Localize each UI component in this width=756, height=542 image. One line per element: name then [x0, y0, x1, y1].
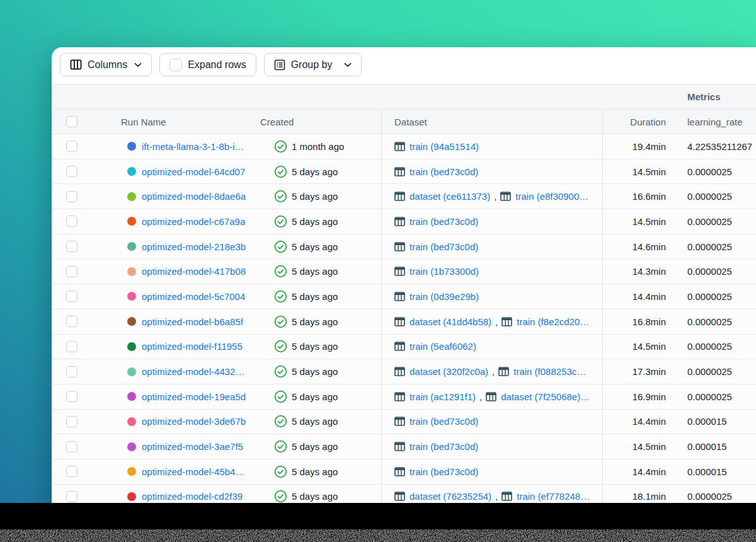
- run-name-link[interactable]: optimized-model-5c7004: [142, 291, 245, 302]
- learning-rate-value: 0.0000025: [671, 184, 756, 209]
- dataset-link[interactable]: train (ef778248…: [501, 491, 590, 502]
- run-name-link[interactable]: optimized-model-4432…: [142, 366, 244, 377]
- table-row[interactable]: optimized-model-b6a85f 5 days ago datase…: [52, 309, 756, 335]
- table-row[interactable]: optimized-model-5c7004 5 days ago train …: [52, 284, 756, 309]
- dataset-link[interactable]: train (f088253c…: [498, 366, 586, 377]
- table-row[interactable]: optimized-model-45b4… 5 days ago train (…: [52, 459, 756, 485]
- table-row[interactable]: optimized-model-c67a9a 5 days ago train …: [52, 209, 756, 234]
- run-name-link[interactable]: optimized-model-19ea5d: [142, 391, 246, 402]
- expand-rows-button[interactable]: Expand rows: [159, 53, 256, 76]
- dataset-link[interactable]: dataset (320f2c0a): [394, 366, 488, 377]
- run-color-dot: [127, 467, 136, 476]
- dataset-link[interactable]: train (bed73c0d): [394, 216, 478, 227]
- created-column-header[interactable]: Created: [255, 110, 381, 134]
- dataset-link[interactable]: dataset (41dd4b58): [394, 316, 491, 327]
- select-all-checkbox[interactable]: [66, 116, 77, 127]
- table-row[interactable]: optimized-model-8dae6a 5 days ago datase…: [52, 184, 756, 209]
- run-name-link[interactable]: optimized-model-8dae6a: [142, 191, 246, 202]
- finished-check-icon: [274, 440, 287, 453]
- row-checkbox[interactable]: [66, 266, 77, 277]
- table-row[interactable]: optimized-model-f11955 5 days ago train …: [52, 335, 756, 360]
- run-name-link[interactable]: optimized-model-b6a85f: [142, 316, 243, 327]
- dataset-link[interactable]: train (bed73c0d): [394, 241, 478, 252]
- run-color-dot: [127, 242, 136, 251]
- run-name-link[interactable]: optimized-model-3de67b: [142, 416, 246, 427]
- row-checkbox[interactable]: [66, 216, 77, 227]
- row-checkbox[interactable]: [66, 441, 77, 453]
- created-label: 5 days ago: [292, 216, 338, 227]
- table-row[interactable]: optimized-model-64cd07 5 days ago train …: [52, 159, 756, 185]
- dataset-cell: train (bed73c0d): [381, 209, 603, 234]
- dataset-link[interactable]: dataset (ce611373): [394, 191, 490, 202]
- run-name-link[interactable]: optimized-model-c67a9a: [142, 216, 245, 227]
- table-body: ift-meta-llama-3-1-8b-i… 1 month ago tra…: [52, 134, 756, 509]
- dataset-link[interactable]: train (e8f30900…: [500, 191, 588, 202]
- table-row[interactable]: optimized-model-19ea5d 5 days ago train …: [52, 384, 756, 410]
- dataset-link[interactable]: train (ac1291f1): [394, 391, 476, 402]
- table-row[interactable]: optimized-model-417b08 5 days ago train …: [52, 259, 756, 284]
- row-checkbox[interactable]: [66, 416, 77, 427]
- finished-check-icon: [274, 215, 287, 228]
- dataset-link[interactable]: train (bed73c0d): [394, 166, 478, 177]
- dataset-cell: train (5eaf6062): [381, 335, 603, 359]
- dataset-link[interactable]: train (94a51514): [394, 141, 479, 152]
- row-checkbox[interactable]: [66, 391, 77, 402]
- run-name-link[interactable]: optimized-model-3ae7f5: [142, 441, 243, 452]
- columns-button-label: Columns: [88, 59, 127, 71]
- row-checkbox[interactable]: [66, 341, 77, 352]
- run-name-link[interactable]: optimized-model-f11955: [142, 341, 243, 352]
- dataset-link[interactable]: train (5eaf6062): [394, 341, 476, 352]
- dataset-cell: train (ac1291f1),dataset (7f25068e)…: [381, 384, 603, 409]
- finished-check-icon: [274, 240, 287, 253]
- duration-value: 14.5min: [603, 335, 671, 359]
- table-row[interactable]: optimized-model-218e3b 5 days ago train …: [52, 234, 756, 260]
- group-by-label: Group by: [291, 59, 333, 71]
- duration-value: 14.3min: [603, 259, 671, 284]
- duration-value: 14.4min: [603, 410, 671, 434]
- run-name-link[interactable]: optimized-model-64cd07: [142, 166, 245, 177]
- dataset-cell: train (bed73c0d): [381, 434, 603, 459]
- table-row[interactable]: optimized-model-3de67b 5 days ago train …: [52, 410, 756, 435]
- duration-column-header[interactable]: Duration: [603, 110, 671, 134]
- run-name-link[interactable]: optimized-model-45b4…: [142, 466, 244, 477]
- created-label: 5 days ago: [292, 391, 338, 402]
- run-name-column-header[interactable]: Run Name: [88, 110, 255, 134]
- columns-button[interactable]: Columns: [60, 53, 152, 76]
- run-color-dot: [127, 417, 136, 426]
- table-icon: [394, 167, 405, 176]
- metrics-group-label: Metrics: [687, 84, 721, 110]
- row-checkbox[interactable]: [66, 491, 77, 502]
- group-by-button[interactable]: Group by: [264, 53, 362, 76]
- dataset-link[interactable]: train (bed73c0d): [394, 441, 478, 452]
- run-name-link[interactable]: ift-meta-llama-3-1-8b-i…: [142, 141, 244, 152]
- row-checkbox[interactable]: [66, 316, 77, 327]
- dataset-link[interactable]: dataset (7f25068e)…: [486, 391, 590, 402]
- row-checkbox[interactable]: [66, 241, 77, 252]
- dataset-column-header[interactable]: Dataset: [381, 110, 603, 134]
- row-checkbox[interactable]: [66, 291, 77, 302]
- learning-rate-column-header[interactable]: learning_rate: [671, 110, 756, 134]
- run-name-link[interactable]: optimized-model-417b08: [142, 266, 246, 277]
- dataset-separator: ,: [494, 191, 496, 202]
- table-row[interactable]: ift-meta-llama-3-1-8b-i… 1 month ago tra…: [52, 134, 756, 159]
- run-color-dot: [127, 442, 136, 451]
- table-row[interactable]: optimized-model-4432… 5 days ago dataset…: [52, 359, 756, 384]
- dataset-link[interactable]: train (bed73c0d): [394, 416, 478, 427]
- created-label: 5 days ago: [292, 166, 338, 177]
- dataset-link[interactable]: dataset (76235254): [394, 491, 491, 502]
- row-checkbox[interactable]: [66, 466, 77, 477]
- run-name-link[interactable]: optimized-model-cd2f39: [142, 491, 243, 502]
- table-row[interactable]: optimized-model-3ae7f5 5 days ago train …: [52, 434, 756, 459]
- row-checkbox[interactable]: [66, 191, 77, 202]
- row-checkbox[interactable]: [66, 166, 77, 177]
- table-icon: [500, 192, 511, 201]
- run-name-link[interactable]: optimized-model-218e3b: [142, 241, 246, 252]
- dataset-link[interactable]: train (f8e2cd20…: [501, 316, 589, 327]
- expand-rows-checkbox[interactable]: [169, 59, 182, 71]
- run-color-dot: [127, 142, 136, 151]
- dataset-link[interactable]: train (bed73c0d): [394, 466, 478, 477]
- row-checkbox[interactable]: [66, 141, 77, 152]
- dataset-link[interactable]: train (0d39e29b): [394, 291, 479, 302]
- dataset-link[interactable]: train (1b73300d): [394, 266, 479, 277]
- row-checkbox[interactable]: [66, 366, 77, 378]
